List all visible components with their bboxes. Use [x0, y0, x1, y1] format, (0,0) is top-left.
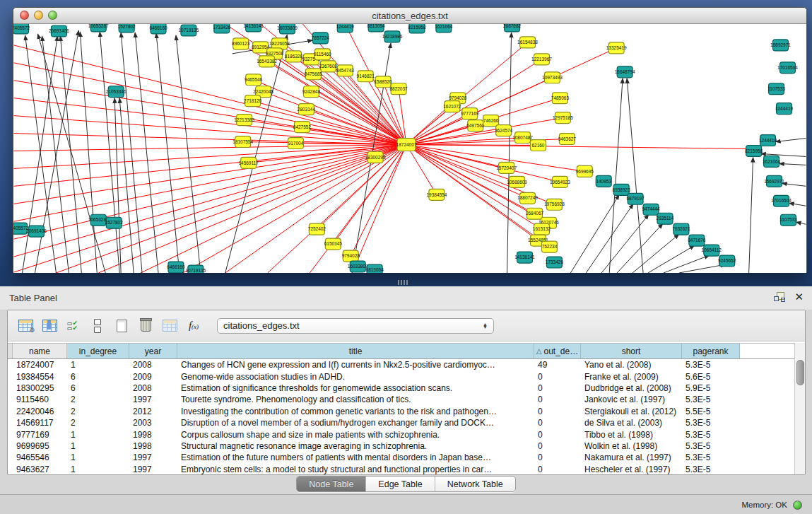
window-titlebar[interactable]: citations_edges.txt	[13, 8, 806, 24]
window-close-button[interactable]	[20, 11, 29, 20]
column-header-in_degree[interactable]: in_degree	[67, 344, 129, 358]
window-zoom-button[interactable]	[48, 11, 57, 20]
show-columns-button[interactable]	[39, 315, 60, 337]
graph-node[interactable]: 7632621	[672, 223, 690, 235]
graph-node[interactable]: 16543382	[257, 56, 277, 67]
graph-node[interactable]: 6497568	[466, 120, 485, 132]
graph-node[interactable]: 1621072	[443, 101, 461, 112]
graph-node[interactable]: 10807487	[512, 132, 533, 144]
float-panel-icon[interactable]	[774, 292, 785, 303]
delete-column-button[interactable]	[135, 315, 156, 337]
graph-node[interactable]: 12213383	[234, 115, 254, 126]
graph-node[interactable]: 2684067	[526, 208, 544, 219]
table-row[interactable]: 946362711997Embryonic stem cells: a mode…	[8, 464, 795, 474]
table-row[interactable]: 1456911722003Disruption of a novel membe…	[8, 417, 795, 428]
edge[interactable]	[225, 35, 288, 273]
edge[interactable]	[406, 145, 437, 195]
graph-node[interactable]: 1733426	[213, 24, 231, 33]
edge[interactable]	[135, 33, 158, 273]
graph-node[interactable]: 15692971	[764, 175, 784, 187]
graph-node[interactable]: 6879197	[626, 193, 645, 204]
graph-node[interactable]: 15720407	[496, 162, 517, 173]
graph-node[interactable]: 8960123	[232, 38, 250, 49]
graph-node[interactable]: 752234	[541, 241, 557, 252]
graph-node[interactable]: 2803144	[298, 104, 316, 115]
edge[interactable]	[789, 203, 806, 206]
graph-node[interactable]: 19756928	[544, 199, 565, 210]
graph-node[interactable]: 9777169	[461, 108, 479, 119]
graph-node[interactable]: 21053346	[106, 86, 126, 98]
graph-node[interactable]: 10719135	[178, 25, 199, 36]
graph-node[interactable]: 9465546	[245, 74, 263, 86]
scrollbar-thumb[interactable]	[796, 360, 804, 385]
edge[interactable]	[14, 145, 406, 187]
graph-node[interactable]: 7485063	[551, 93, 570, 104]
graph-node[interactable]: 19654923	[550, 176, 570, 187]
graph-node[interactable]: 6150345	[324, 238, 343, 250]
table-row[interactable]: 1830029562008Estimation of significance …	[8, 382, 795, 394]
splitter-grip[interactable]	[398, 280, 408, 285]
fit-rows-button[interactable]	[87, 315, 108, 337]
graph-node[interactable]: 14136141	[514, 252, 535, 263]
graph-node[interactable]: 7857224	[312, 33, 330, 44]
tab-edge-table[interactable]: Edge Table	[366, 477, 435, 491]
column-header-title[interactable]: title	[177, 344, 534, 358]
vertical-scrollbar[interactable]	[794, 343, 805, 474]
graph-node[interactable]: 746266	[483, 115, 499, 127]
graph-node[interactable]: 1527802	[105, 217, 124, 228]
graph-node[interactable]: 12975185	[553, 112, 573, 124]
graph-node[interactable]: 9463627	[558, 134, 577, 145]
graph-node[interactable]: 10719135	[185, 265, 206, 273]
column-header-name[interactable]: name	[13, 344, 67, 358]
graph-node[interactable]: 8938923	[613, 184, 631, 195]
graph-node[interactable]: 9146821	[357, 71, 375, 82]
row-selection-mode-button[interactable]: ▭✔▭✔	[63, 315, 84, 337]
graph-node[interactable]: 10653287	[88, 24, 109, 32]
column-header-short[interactable]: short	[581, 344, 682, 358]
graph-node[interactable]: 2405572	[13, 24, 30, 34]
graph-node[interactable]: 1615132	[533, 223, 551, 235]
graph-node[interactable]: 62160	[531, 140, 546, 151]
graph-node[interactable]: 15692971	[770, 40, 791, 51]
edge[interactable]	[782, 183, 806, 186]
graph-node[interactable]: 9242848	[302, 86, 321, 98]
graph-node[interactable]: 8813054	[367, 24, 386, 32]
edge[interactable]	[14, 116, 406, 145]
graph-node[interactable]: 7252402	[308, 223, 326, 235]
column-header-pagerank[interactable]: pagerank	[682, 344, 740, 358]
graph-node[interactable]: 1733426	[546, 257, 564, 268]
edge[interactable]	[114, 98, 121, 273]
graph-node[interactable]: 8186328	[285, 51, 303, 62]
table-row[interactable]: 1938455462009Genome-wide association stu…	[8, 370, 795, 382]
graph-node[interactable]: 2935114	[657, 213, 674, 224]
graph-node[interactable]: 9699695	[576, 165, 594, 177]
graph-node[interactable]: 1527802	[118, 24, 136, 33]
graph-node[interactable]: 9115460	[314, 49, 331, 60]
graph-node[interactable]: 8475685	[305, 69, 323, 80]
graph-node[interactable]: 1107533	[779, 214, 797, 226]
edge[interactable]	[14, 45, 406, 145]
graph-node[interactable]: 3624574	[495, 125, 513, 136]
edge[interactable]	[14, 145, 406, 151]
graph-node[interactable]: 8427552	[293, 122, 312, 133]
table-row[interactable]: 2242004622012Investigating the contribut…	[8, 406, 795, 417]
table-row[interactable]: 969969511998Structural magnetic resonanc…	[8, 440, 795, 452]
graph-node[interactable]: 16648794	[615, 66, 635, 78]
graph-node[interactable]: 14136141	[243, 24, 264, 32]
graph-node[interactable]: 10973493	[542, 72, 563, 83]
edge[interactable]	[609, 78, 623, 273]
table-row[interactable]: 1872400712008Changes of HCN gene express…	[8, 359, 795, 370]
graph-node[interactable]: 2367608	[319, 61, 338, 72]
graph-node[interactable]: 20691406	[26, 226, 47, 237]
edge[interactable]	[648, 245, 695, 273]
column-header-year[interactable]: year	[129, 344, 177, 358]
edge[interactable]	[406, 145, 584, 172]
graph-node[interactable]: 2687682	[503, 24, 522, 32]
graph-node[interactable]: 140953	[596, 175, 611, 187]
graph-node[interactable]: 8454743	[336, 65, 355, 76]
edge[interactable]	[406, 145, 752, 149]
edge[interactable]	[406, 145, 538, 146]
graph-node[interactable]: 6466160	[167, 262, 185, 273]
edge[interactable]	[796, 222, 806, 224]
edge[interactable]	[183, 145, 406, 273]
